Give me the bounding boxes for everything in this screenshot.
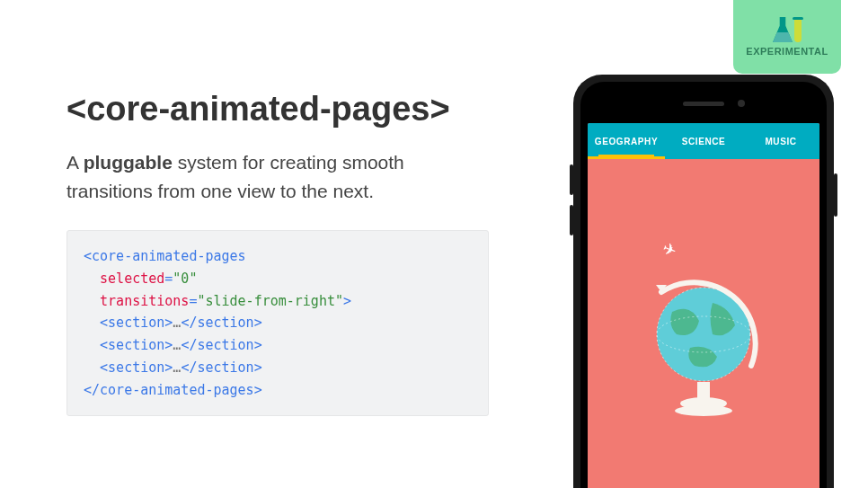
code-section3: section [108, 359, 164, 376]
code-attr1-name: selected [100, 271, 164, 287]
phone-camera [738, 100, 745, 107]
experimental-badge: EXPERIMENTAL [733, 0, 841, 74]
code-section3c: section [197, 359, 253, 376]
phone-volume-down [570, 205, 573, 235]
code-open-tag: core-animated-pages [92, 248, 246, 264]
tab-music[interactable]: MUSIC [742, 137, 819, 146]
desc-bold: pluggable [84, 152, 173, 173]
slide-description: A pluggable system for creating smooth t… [66, 148, 489, 205]
globe-illustration: ✈ [645, 276, 762, 423]
tab-bar: GEOGRAPHY SCIENCE MUSIC [588, 123, 819, 159]
slide-content: <core-animated-pages> A pluggable system… [66, 90, 489, 416]
phone-screen: GEOGRAPHY SCIENCE MUSIC ✈ [588, 123, 819, 488]
phone-speaker [683, 102, 724, 106]
code-sample: <core-animated-pages selected="0" transi… [66, 230, 489, 416]
tab-science[interactable]: SCIENCE [665, 137, 742, 146]
slide-title: <core-animated-pages> [66, 90, 489, 129]
desc-prefix: A [66, 152, 84, 173]
code-close-tag: core-animated-pages [100, 382, 254, 398]
tab-geography[interactable]: GEOGRAPHY [588, 137, 665, 146]
lab-flask-icon [773, 17, 802, 42]
phone-volume-up [570, 164, 573, 195]
code-section1: section [108, 315, 164, 331]
badge-label: EXPERIMENTAL [746, 46, 828, 57]
code-attr2-val: "slide-from-right" [197, 293, 343, 309]
phone-mockup: GEOGRAPHY SCIENCE MUSIC ✈ [573, 75, 834, 488]
airplane-icon: ✈ [660, 238, 680, 262]
code-attr1-val: "0" [173, 271, 197, 287]
phone-power-button [834, 173, 837, 217]
code-section2c: section [197, 337, 253, 353]
code-section1c: section [197, 315, 253, 331]
code-section2: section [108, 337, 164, 353]
tab-underline [588, 156, 665, 159]
code-attr2-name: transitions [100, 293, 189, 309]
svg-point-5 [675, 405, 732, 416]
